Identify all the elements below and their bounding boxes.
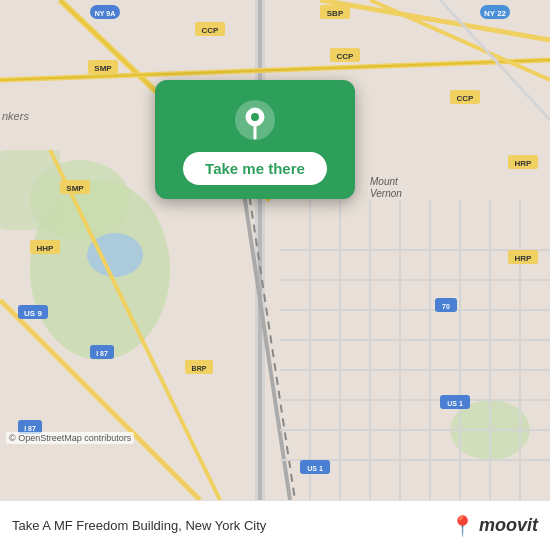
svg-text:US 9: US 9 [24, 309, 42, 318]
svg-text:NY 22: NY 22 [484, 9, 507, 18]
location-pin-icon [233, 98, 277, 142]
svg-text:CCP: CCP [457, 94, 475, 103]
svg-text:SMP: SMP [94, 64, 112, 73]
svg-text:HRP: HRP [515, 159, 533, 168]
svg-text:Mount: Mount [370, 176, 399, 187]
take-me-there-button[interactable]: Take me there [183, 152, 327, 185]
osm-attribution: © OpenStreetMap contributors [6, 432, 134, 444]
moovit-pin-icon: 📍 [450, 514, 475, 538]
svg-text:I 87: I 87 [96, 350, 108, 357]
svg-text:US 1: US 1 [447, 400, 463, 407]
svg-text:BRP: BRP [192, 365, 207, 372]
location-popup: Take me there [155, 80, 355, 199]
moovit-brand-name: moovit [479, 515, 538, 536]
svg-text:nkers: nkers [2, 110, 29, 122]
svg-text:I 87: I 87 [24, 425, 36, 432]
svg-text:HHP: HHP [37, 244, 55, 253]
svg-rect-3 [0, 150, 60, 230]
map-view: CCP CCP CCP SBP NY 22 SMP SMP HHP US 9 I… [0, 0, 550, 500]
svg-text:HRP: HRP [515, 254, 533, 263]
svg-text:70: 70 [442, 303, 450, 310]
bottom-bar: Take A MF Freedom Building, New York Cit… [0, 500, 550, 550]
location-label: Take A MF Freedom Building, New York Cit… [12, 518, 266, 533]
svg-text:US 1: US 1 [307, 465, 323, 472]
moovit-logo: 📍 moovit [450, 514, 538, 538]
svg-point-76 [251, 113, 259, 121]
svg-rect-9 [258, 0, 262, 500]
svg-text:NY 9A: NY 9A [95, 10, 116, 17]
svg-text:CCP: CCP [337, 52, 355, 61]
svg-text:Vernon: Vernon [370, 188, 402, 199]
svg-text:SBP: SBP [327, 9, 344, 18]
svg-text:SMP: SMP [66, 184, 84, 193]
svg-text:CCP: CCP [202, 26, 220, 35]
